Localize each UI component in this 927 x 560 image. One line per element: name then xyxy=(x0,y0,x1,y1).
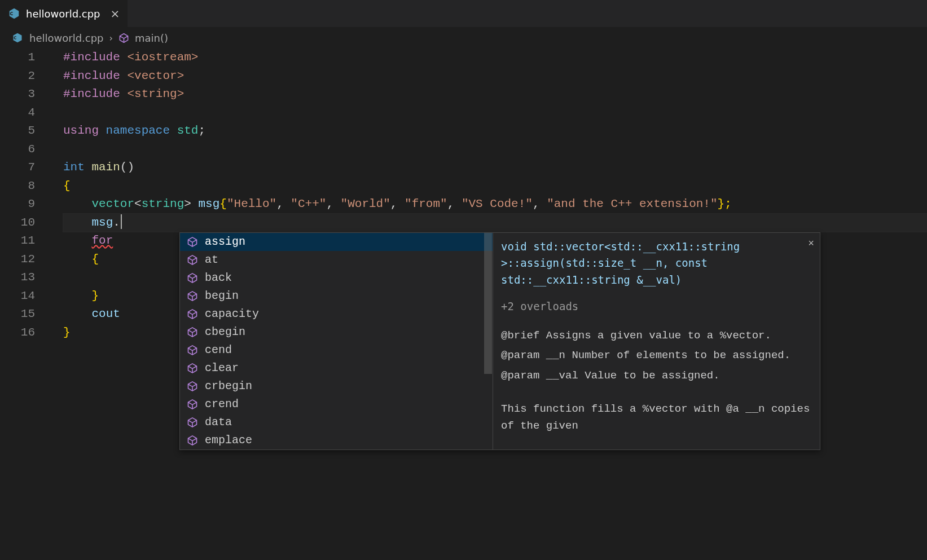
code-line[interactable]: msg. xyxy=(63,214,927,232)
suggest-item-label: cend xyxy=(205,341,232,360)
scrollbar[interactable] xyxy=(484,233,492,449)
editor[interactable]: 1 2 3 4 5 6 7 8 9 10 11 12 13 14 15 16 #… xyxy=(0,48,927,342)
code-line[interactable]: #include <string> xyxy=(63,85,927,104)
text-cursor xyxy=(121,214,122,229)
method-icon xyxy=(187,435,198,446)
suggest-item[interactable]: emplace xyxy=(180,431,493,449)
line-number: 11 xyxy=(0,232,35,250)
method-icon xyxy=(187,290,198,302)
code-line[interactable]: #include <iostream> xyxy=(63,48,927,67)
suggest-item[interactable]: data xyxy=(180,413,493,431)
suggest-item-label: back xyxy=(205,269,232,288)
tab-helloworld[interactable]: helloworld.cpp × xyxy=(0,0,128,27)
suggest-item[interactable]: assign xyxy=(180,233,493,251)
line-number: 14 xyxy=(0,287,35,306)
code-line[interactable]: #include <vector> xyxy=(63,67,927,86)
breadcrumb-symbol[interactable]: main() xyxy=(135,32,168,44)
suggest-item[interactable]: begin xyxy=(180,287,493,305)
line-number: 7 xyxy=(0,158,35,177)
overloads-text: +2 overloads xyxy=(501,298,812,315)
breadcrumb-file[interactable]: helloworld.cpp xyxy=(29,32,104,44)
suggest-item[interactable]: crend xyxy=(180,395,493,413)
doc-text: @param __n Number of elements to be assi… xyxy=(501,347,812,364)
code-line[interactable] xyxy=(63,104,927,122)
line-number: 13 xyxy=(0,268,35,287)
doc-text: @brief Assigns a given value to a %vecto… xyxy=(501,328,812,344)
suggest-item[interactable]: clear xyxy=(180,359,493,377)
signature-text: void std::vector<std::__cxx11::string >:… xyxy=(501,239,812,288)
suggest-item-label: capacity xyxy=(205,305,259,324)
suggest-doc: × void std::vector<std::__cxx11::string … xyxy=(493,233,820,449)
doc-text xyxy=(501,387,812,398)
line-number: 2 xyxy=(0,67,35,86)
method-icon xyxy=(187,417,198,428)
suggest-item-label: data xyxy=(205,413,232,432)
close-icon[interactable]: × xyxy=(111,7,120,20)
cpp-file-icon xyxy=(8,7,20,20)
scrollbar-thumb[interactable] xyxy=(484,233,492,374)
code-line[interactable]: vector<string> msg{"Hello", "C++", "Worl… xyxy=(63,195,927,214)
tab-label: helloworld.cpp xyxy=(26,8,100,20)
code-line[interactable]: int main() xyxy=(63,158,927,177)
line-number: 5 xyxy=(0,122,35,140)
method-icon xyxy=(187,236,198,248)
tab-bar: helloworld.cpp × xyxy=(0,0,927,27)
breadcrumb: helloworld.cpp › main() xyxy=(0,27,927,48)
suggest-item-label: at xyxy=(205,251,218,270)
suggest-widget: assignatbackbegincapacitycbegincendclear… xyxy=(179,232,820,450)
suggest-item-label: assign xyxy=(205,233,245,251)
method-icon xyxy=(187,254,198,266)
suggest-item-label: emplace xyxy=(205,431,252,449)
chevron-right-icon: › xyxy=(109,33,113,43)
suggest-item[interactable]: crbegin xyxy=(180,377,493,395)
line-number: 9 xyxy=(0,195,35,214)
method-icon xyxy=(187,381,198,392)
method-icon xyxy=(187,363,198,374)
doc-text: This function fills a %vector with @a __… xyxy=(501,401,812,434)
suggest-item-label: begin xyxy=(205,287,239,306)
suggest-item[interactable]: back xyxy=(180,269,493,287)
method-icon xyxy=(187,327,198,338)
suggest-item[interactable]: capacity xyxy=(180,305,493,323)
suggest-item[interactable]: cend xyxy=(180,341,493,359)
code-line[interactable]: using namespace std; xyxy=(63,122,927,140)
line-number: 8 xyxy=(0,177,35,196)
suggest-item[interactable]: cbegin xyxy=(180,323,493,341)
code-line[interactable] xyxy=(63,140,927,159)
line-number: 3 xyxy=(0,85,35,104)
line-number: 12 xyxy=(0,250,35,269)
line-number: 1 xyxy=(0,48,35,67)
code-line[interactable]: { xyxy=(63,177,927,196)
suggest-list[interactable]: assignatbackbegincapacitycbegincendclear… xyxy=(180,233,493,449)
suggest-item[interactable]: at xyxy=(180,251,493,269)
suggest-item-label: clear xyxy=(205,359,239,378)
method-icon xyxy=(187,272,198,284)
cpp-file-icon xyxy=(11,32,24,44)
method-icon xyxy=(187,345,198,356)
method-icon xyxy=(118,33,129,43)
line-number: 6 xyxy=(0,140,35,159)
method-icon xyxy=(187,308,198,320)
line-number: 10 xyxy=(0,214,35,232)
suggest-item-label: cbegin xyxy=(205,323,245,342)
line-number-gutter: 1 2 3 4 5 6 7 8 9 10 11 12 13 14 15 16 xyxy=(0,48,52,342)
method-icon xyxy=(187,399,198,410)
line-number: 4 xyxy=(0,104,35,122)
suggest-item-label: crbegin xyxy=(205,377,252,396)
code-area[interactable]: #include <iostream> #include <vector> #i… xyxy=(52,48,927,342)
doc-text: @param __val Value to be assigned. xyxy=(501,368,812,384)
line-number: 16 xyxy=(0,324,35,342)
line-number: 15 xyxy=(0,305,35,324)
suggest-item-label: crend xyxy=(205,395,239,414)
close-icon[interactable]: × xyxy=(808,236,814,252)
